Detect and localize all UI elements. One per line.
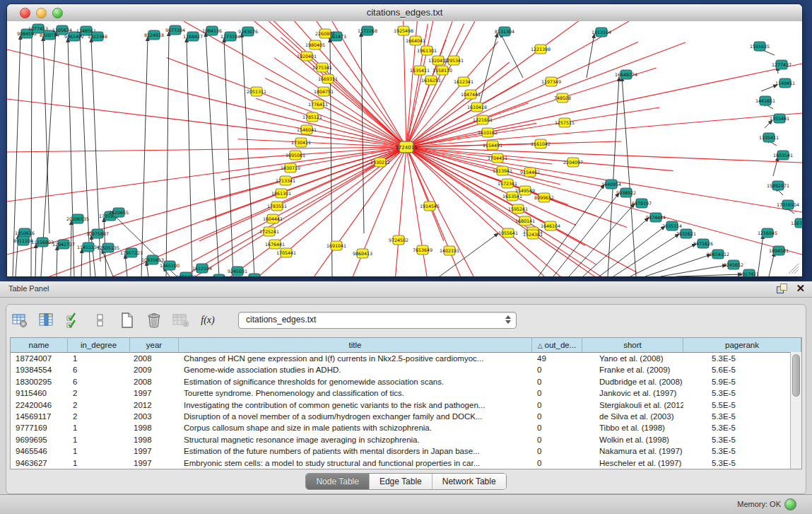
black-edge — [761, 85, 777, 91]
column-header-pagerank[interactable]: pagerank — [683, 338, 801, 352]
tab-edge-table[interactable]: Edge Table — [370, 474, 433, 489]
graph-node-label: 1603541 — [773, 153, 793, 158]
graph-node-label: 1154491 — [483, 143, 502, 148]
table-row[interactable]: 977716911998Corpus callosum shape and si… — [11, 422, 801, 433]
red-edge — [406, 147, 802, 163]
table-row[interactable]: 1938455462009Genome-wide association stu… — [11, 364, 801, 375]
table-selector-combobox[interactable]: citations_edges.txt — [238, 312, 517, 329]
black-edge — [166, 32, 169, 276]
column-header-name[interactable]: name — [11, 338, 68, 352]
graph-node-label: 1355481 — [770, 116, 789, 121]
graph-node-label: 12942737 — [52, 242, 75, 247]
table-cell: 1998 — [130, 434, 179, 445]
column-header-out-de[interactable]: △out_de... — [532, 338, 582, 352]
table-scrollbar[interactable] — [790, 352, 801, 469]
table-panel-header: Table Panel ✕ — [0, 281, 812, 298]
graph-node-label: 1776411 — [308, 102, 328, 107]
sort-ascending-icon: △ — [538, 342, 543, 349]
table-cell: 9465546 — [11, 445, 68, 457]
table-row[interactable]: 946554611997Estimation of the future num… — [11, 445, 801, 457]
graph-node-label: 1402191 — [440, 248, 459, 253]
table-panel: Table Panel ✕ — [0, 281, 812, 514]
graph-node-label: 748508 — [554, 95, 571, 100]
combobox-stepper-icon[interactable] — [505, 315, 511, 324]
column-header-in-degree[interactable]: in_degree — [68, 338, 130, 352]
graph-node-label: 1813104 — [592, 30, 611, 35]
graph-node-label: 2260801 — [315, 31, 335, 36]
table-cell: Tourette syndrome. Phenomenology and cla… — [179, 387, 532, 399]
canvas-resize-grip[interactable] — [789, 264, 799, 274]
table-cell: 6 — [68, 364, 130, 375]
table-cell: Embryonic stem cells: a model to study s… — [179, 457, 532, 469]
black-edge — [187, 38, 192, 276]
new-document-icon[interactable] — [118, 311, 136, 329]
red-edge — [406, 147, 560, 185]
graph-node-label: 2204097 — [563, 160, 583, 165]
table-row[interactable]: 1456911722003Disruption of a novel membe… — [11, 411, 801, 422]
red-edge — [394, 147, 406, 276]
table-cell: 2008 — [130, 376, 179, 387]
table-cell: 9699695 — [11, 434, 68, 445]
graph-node-label: 1640954 — [601, 182, 621, 187]
table-cell: Investigating the contribution of common… — [179, 399, 532, 411]
black-edge — [125, 255, 127, 276]
table-cell: 5.6E-5 — [683, 364, 801, 375]
table-row[interactable]: 969969511998Structural magnetic resonanc… — [11, 434, 801, 445]
table-row[interactable]: 1830029562008Estimation of significance … — [11, 376, 801, 387]
table-cell: 5.3E-5 — [683, 353, 801, 364]
table-row[interactable]: 2242004622012Investigating the contribut… — [11, 399, 801, 411]
graph-node-label: 1105634 — [52, 28, 72, 33]
table-settings-icon[interactable] — [11, 311, 29, 329]
table-cell: 19384554 — [11, 364, 68, 375]
table-cell: Franke et al. (2009) — [582, 364, 683, 375]
fx-label: f(x) — [201, 315, 214, 326]
graph-node-label: 1783551 — [267, 204, 287, 209]
table-cell: 1997 — [130, 387, 179, 399]
column-header-year[interactable]: year — [130, 338, 179, 352]
graph-node-label: 1535411 — [410, 68, 430, 73]
table-row[interactable]: 946362711997Embryonic stem cells: a mode… — [11, 457, 801, 469]
red-edge — [336, 147, 406, 276]
red-edge — [167, 58, 406, 147]
close-panel-icon[interactable]: ✕ — [796, 283, 805, 294]
graph-node-label: 9245652 — [724, 262, 743, 267]
column-header-title[interactable]: title — [179, 338, 532, 352]
graph-node-label: 17016504 — [777, 202, 799, 207]
graph-node-label: 1691041 — [326, 243, 346, 248]
red-edge — [406, 147, 673, 171]
graph-node-label: 1022348 — [88, 34, 107, 39]
row-height-icon[interactable] — [91, 311, 110, 329]
table-cell: 1997 — [130, 445, 179, 457]
float-panel-icon[interactable] — [777, 284, 787, 294]
graph-node-label: 16648274 — [615, 72, 637, 77]
table-cell: Structural magnetic resonance image aver… — [179, 434, 532, 445]
table-scrollbar-thumb[interactable] — [792, 354, 800, 397]
table-row[interactable]: 911546021997Tourette syndrome. Phenomeno… — [11, 387, 801, 399]
tab-node-table[interactable]: Node Table — [306, 474, 370, 489]
graph-node-label: 1804751 — [314, 89, 334, 94]
column-header-short[interactable]: short — [582, 338, 683, 352]
graph-node-label: 2620655 — [109, 210, 129, 215]
black-edge — [500, 33, 523, 78]
graph-node-label: 8099652 — [534, 195, 554, 200]
graph-node-label: 2051311 — [247, 89, 266, 94]
network-canvas[interactable]: 9084592107745389207141105634986140212485… — [7, 21, 802, 276]
table-column-icon[interactable] — [37, 311, 56, 329]
graph-node-label: 1730411 — [291, 140, 311, 145]
memory-status-icon[interactable] — [784, 498, 796, 510]
tab-network-table[interactable]: Network Table — [433, 474, 506, 489]
black-edge — [141, 37, 148, 276]
function-builder-icon[interactable]: f(x) — [199, 311, 217, 329]
window-titlebar[interactable]: citations_edges.txt — [7, 4, 802, 22]
graph-node-label: 5938922 — [616, 190, 636, 195]
delete-trash-icon[interactable] — [145, 311, 163, 329]
table-row[interactable]: 1872400712008Changes of HCN gene express… — [11, 353, 801, 364]
graph-node-label: 1149451 — [775, 81, 795, 86]
citation-graph[interactable]: 9084592107745389207141105634986140212485… — [7, 21, 802, 276]
graph-node-label: 1549549 — [515, 188, 535, 193]
graph-node-label: 1572268 — [358, 28, 377, 33]
table-cell: Tibbo et al. (1998) — [582, 422, 683, 433]
graph-node-label: 1273184 — [220, 34, 240, 39]
table-tab-bar: Node TableEdge TableNetwork Table — [6, 473, 806, 490]
select-rows-icon[interactable] — [64, 311, 83, 329]
